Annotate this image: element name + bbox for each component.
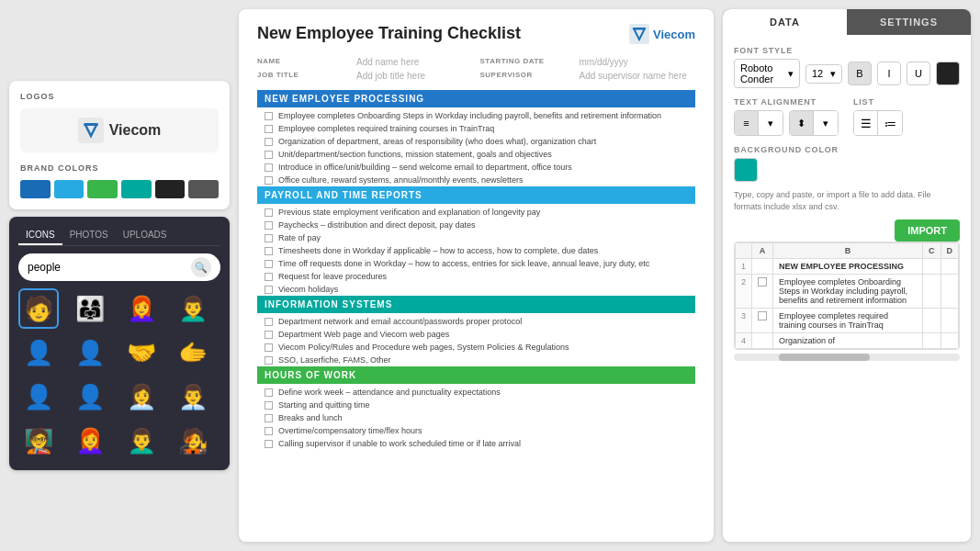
- checkbox[interactable]: [265, 388, 273, 397]
- section-info-header: INFORMATION SYSTEMS: [257, 296, 695, 313]
- font-family-select[interactable]: Roboto Conder ▾: [734, 59, 800, 88]
- scrollbar-thumb[interactable]: [779, 354, 869, 361]
- list-item: Starting and quitting time: [257, 399, 695, 411]
- italic-button[interactable]: I: [877, 62, 901, 85]
- tab-settings[interactable]: SETTINGS: [847, 9, 971, 35]
- tab-photos[interactable]: PHOTOS: [62, 226, 116, 245]
- ordered-list-button[interactable]: ≔: [878, 111, 902, 135]
- cell-3c[interactable]: [923, 309, 941, 333]
- checkbox[interactable]: [265, 112, 273, 120]
- checkbox[interactable]: [265, 138, 273, 146]
- checkbox[interactable]: [265, 260, 273, 268]
- text-alignment-label: TEXT ALIGNMENT: [734, 97, 839, 107]
- cell-4d[interactable]: [941, 333, 959, 349]
- alignment-row: ≡ ▾ ⬍ ▾: [734, 110, 839, 136]
- checkbox[interactable]: [265, 343, 273, 352]
- icon-cell-6[interactable]: 👤: [70, 332, 110, 373]
- col-header-d[interactable]: D: [941, 243, 959, 259]
- icon-cell-14[interactable]: 👩‍🦰: [70, 421, 110, 461]
- list-item: Paychecks – distribution and direct depo…: [257, 219, 695, 231]
- list-item: Define work week – attendance and punctu…: [257, 386, 695, 399]
- checkbox[interactable]: [265, 234, 273, 242]
- icon-cell-12[interactable]: 👨‍💼: [173, 377, 213, 417]
- cell-2b[interactable]: Employee completes Onboarding Steps in W…: [773, 275, 923, 309]
- icon-cell-9[interactable]: 👤: [18, 377, 59, 417]
- bold-button[interactable]: B: [848, 62, 872, 85]
- checkbox[interactable]: [265, 331, 273, 339]
- starting-date-label: STARTING DATE: [480, 57, 572, 67]
- icon-cell-2[interactable]: 👨‍👩‍👧: [70, 288, 110, 329]
- list-item: Introduce in office/unit/building – send…: [257, 161, 695, 174]
- search-bar: 🔍: [18, 253, 220, 281]
- svg-rect-0: [78, 118, 104, 143]
- background-color-swatch[interactable]: [734, 158, 758, 182]
- list-item: Department Web page and Viecom web pages: [257, 328, 695, 341]
- cell-3d[interactable]: [941, 309, 959, 333]
- icon-cell-1[interactable]: 🧑: [18, 288, 59, 329]
- tab-data[interactable]: DATA: [723, 9, 847, 35]
- checkbox[interactable]: [265, 414, 273, 422]
- checkbox[interactable]: [265, 151, 273, 159]
- search-input[interactable]: [28, 261, 191, 274]
- valign-button[interactable]: ⬍: [790, 111, 814, 135]
- unordered-list-button[interactable]: ☰: [854, 111, 878, 135]
- swatch-4: [121, 180, 152, 198]
- checkbox[interactable]: [265, 427, 273, 435]
- checkbox[interactable]: [265, 221, 273, 230]
- icon-cell-3[interactable]: 👩‍🦰: [121, 288, 162, 329]
- valign-dropdown-button[interactable]: ▾: [814, 111, 838, 135]
- horizontal-scrollbar[interactable]: [734, 354, 960, 361]
- cell-4a[interactable]: [752, 333, 773, 349]
- font-color-button[interactable]: [936, 62, 960, 85]
- icon-cell-5[interactable]: 👤: [18, 332, 59, 373]
- cell-2c[interactable]: [923, 275, 941, 309]
- checkbox[interactable]: [265, 208, 273, 217]
- cell-4c[interactable]: [923, 333, 941, 349]
- data-table-container: A B C D 1 NEW EMPLOYEE PROCESSING: [734, 242, 960, 350]
- icon-cell-11[interactable]: 👩‍💼: [121, 377, 162, 417]
- col-header-a[interactable]: A: [752, 243, 773, 259]
- col-header-b[interactable]: B: [773, 243, 923, 259]
- cell-1a[interactable]: [752, 259, 773, 275]
- icon-cell-10[interactable]: 👤: [70, 377, 110, 417]
- import-button[interactable]: IMPORT: [895, 219, 960, 242]
- cell-2d[interactable]: [941, 275, 959, 309]
- cell-1d[interactable]: [941, 259, 959, 275]
- icon-cell-4[interactable]: 👨‍🦱: [173, 288, 213, 329]
- checkbox[interactable]: [265, 163, 273, 172]
- col-header-c[interactable]: C: [923, 243, 941, 259]
- icon-cell-15[interactable]: 👨‍🦱: [121, 421, 162, 461]
- list-label: LIST: [853, 97, 903, 107]
- color-swatches: [20, 180, 219, 198]
- cell-3a[interactable]: [752, 309, 773, 333]
- checkbox[interactable]: [265, 286, 273, 294]
- icon-cell-16[interactable]: 🧑‍🎤: [173, 421, 213, 461]
- table-row: 4 Organization of: [736, 333, 959, 349]
- cell-4b[interactable]: Organization of: [773, 333, 923, 349]
- cell-1c[interactable]: [923, 259, 941, 275]
- tab-icons[interactable]: ICONS: [18, 226, 62, 245]
- underline-button[interactable]: U: [907, 62, 930, 85]
- checkbox[interactable]: [265, 401, 273, 410]
- cell-2a[interactable]: [752, 275, 773, 309]
- checkbox[interactable]: [265, 125, 273, 133]
- checkbox[interactable]: [265, 318, 273, 326]
- search-button[interactable]: 🔍: [191, 257, 211, 277]
- checkbox[interactable]: [265, 176, 273, 185]
- checkbox[interactable]: [265, 273, 273, 281]
- checkbox[interactable]: [265, 356, 273, 365]
- align-dropdown-button[interactable]: ▾: [759, 111, 783, 135]
- swatch-1: [20, 180, 51, 198]
- checkbox[interactable]: [265, 247, 273, 255]
- checkbox[interactable]: [265, 440, 273, 448]
- icon-cell-7[interactable]: 🤝: [121, 332, 162, 373]
- font-size-box[interactable]: 12 ▾: [805, 64, 842, 84]
- name-label: NAME: [257, 57, 349, 67]
- align-left-button[interactable]: ≡: [735, 111, 759, 135]
- icon-cell-13[interactable]: 🧑‍🏫: [18, 421, 59, 461]
- cell-3b[interactable]: Employee completes required training cou…: [773, 309, 923, 333]
- cell-1b[interactable]: NEW EMPLOYEE PROCESSING: [773, 259, 923, 275]
- section-payroll: PAYROLL AND TIME REPORTS Previous state …: [257, 186, 695, 296]
- tab-uploads[interactable]: UPLOADS: [116, 226, 175, 245]
- icon-cell-8[interactable]: 🫱: [173, 332, 213, 373]
